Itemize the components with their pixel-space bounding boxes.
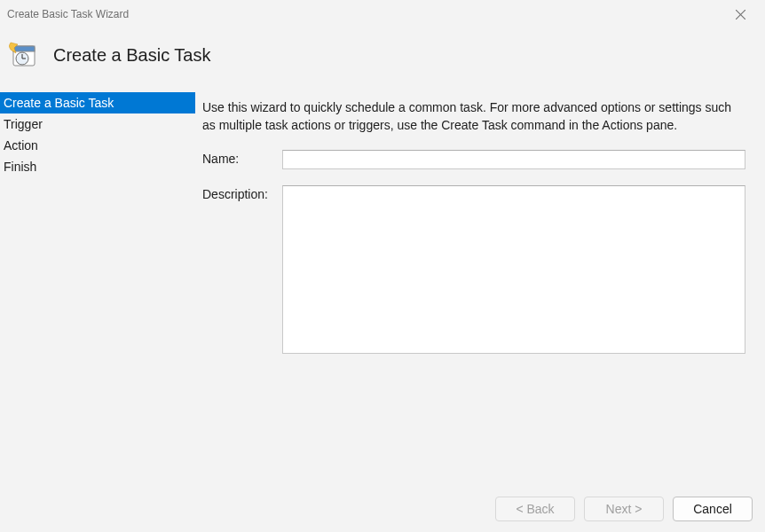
wizard-body: Create a Basic Task Trigger Action Finis…	[0, 92, 765, 488]
name-input[interactable]	[282, 150, 745, 169]
wizard-header: Create a Basic Task	[0, 28, 765, 92]
sidebar-item-label: Create a Basic Task	[4, 96, 114, 110]
svg-rect-3	[13, 46, 35, 51]
close-icon	[736, 10, 745, 20]
wizard-footer: < Back Next > Cancel	[0, 488, 765, 532]
titlebar: Create Basic Task Wizard	[0, 0, 765, 28]
task-scheduler-icon	[9, 41, 37, 69]
description-label: Description:	[202, 185, 282, 201]
sidebar-item-label: Finish	[4, 160, 36, 174]
wizard-sidebar: Create a Basic Task Trigger Action Finis…	[0, 92, 195, 488]
sidebar-item-create-basic-task[interactable]: Create a Basic Task	[0, 92, 195, 113]
sidebar-item-label: Trigger	[4, 117, 43, 131]
window-title: Create Basic Task Wizard	[7, 8, 129, 20]
sidebar-item-action[interactable]: Action	[0, 135, 195, 156]
description-row: Description:	[202, 185, 745, 356]
sidebar-item-finish[interactable]: Finish	[0, 156, 195, 177]
intro-text: Use this wizard to quickly schedule a co…	[202, 99, 745, 134]
cancel-button[interactable]: Cancel	[673, 497, 753, 521]
sidebar-item-trigger[interactable]: Trigger	[0, 113, 195, 135]
next-button[interactable]: Next >	[584, 497, 664, 521]
description-input[interactable]	[282, 185, 745, 354]
name-label: Name:	[202, 150, 282, 166]
page-title: Create a Basic Task	[53, 45, 211, 66]
sidebar-item-label: Action	[4, 138, 38, 153]
back-button: < Back	[495, 497, 575, 521]
close-button[interactable]	[726, 4, 754, 25]
wizard-window: Create Basic Task Wizard Create a Basic …	[0, 0, 765, 532]
wizard-content: Use this wizard to quickly schedule a co…	[195, 92, 765, 488]
name-row: Name:	[202, 150, 745, 169]
